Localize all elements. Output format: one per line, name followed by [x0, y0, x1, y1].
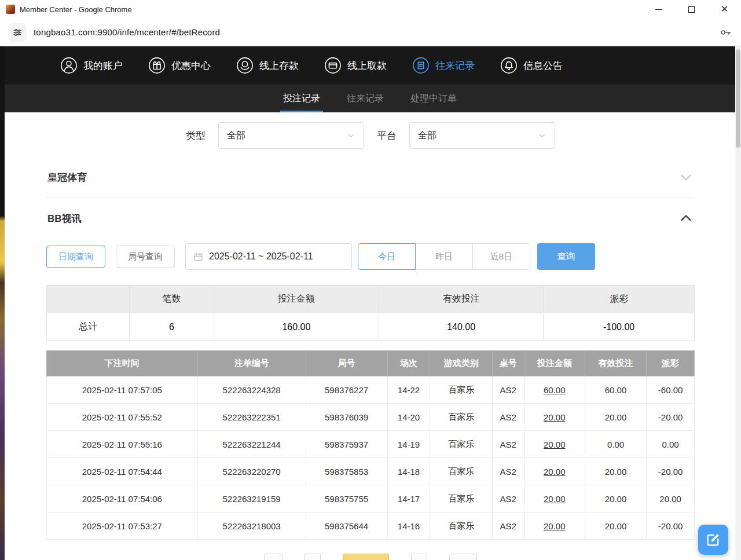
session: 14-19 [387, 431, 430, 458]
bet-amount-link[interactable]: 20.00 [524, 485, 585, 513]
table-no: AS2 [492, 513, 524, 540]
payout-cell: 20.00 [647, 485, 695, 513]
background-page-strip [0, 46, 5, 560]
gift-icon [148, 57, 166, 74]
bet-amount-link[interactable]: 20.00 [524, 458, 585, 485]
nav-item-transaction-records[interactable]: 往来记录 [412, 57, 475, 74]
header-payout: 派彩 [647, 351, 695, 376]
nav-item-online-withdraw[interactable]: 线上取款 [324, 57, 387, 74]
section-crown-sports[interactable]: 皇冠体育 [46, 157, 695, 198]
close-icon: ✕ [721, 5, 728, 14]
tab-processing-orders[interactable]: 处理中订单 [410, 85, 457, 112]
pagination-page-button[interactable] [305, 554, 321, 560]
bet-record-main: 类型 全部 平台 全部 皇冠体育 BB视讯 [5, 112, 735, 560]
compose-icon [705, 532, 721, 548]
bet-amount-link[interactable]: 20.00 [524, 513, 585, 540]
platform-filter-label: 平台 [377, 129, 397, 142]
summary-bet-amount: 160.00 [214, 313, 379, 341]
round-no: 598376039 [306, 404, 387, 431]
maximize-button[interactable] [675, 0, 708, 19]
header-table-no: 桌号 [492, 351, 524, 376]
tab-bet-records[interactable]: 投注记录 [283, 85, 320, 112]
header-round-no: 局号 [306, 351, 387, 376]
minimize-button[interactable] [642, 0, 675, 19]
type-filter-label: 类型 [186, 129, 206, 142]
bet-amount-link[interactable]: 60.00 [524, 376, 585, 404]
bet-time: 2025-02-11 07:55:16 [47, 431, 198, 458]
round-query-button[interactable]: 局号查询 [116, 246, 175, 268]
bet-time: 2025-02-11 07:54:44 [47, 458, 198, 485]
summary-count: 6 [130, 313, 214, 341]
date-query-button[interactable]: 日期查询 [46, 246, 105, 268]
date-range-input[interactable]: 2025-02-11 ~ 2025-02-11 [185, 243, 352, 270]
nav-item-announcements[interactable]: 信息公告 [500, 57, 563, 74]
bet-time: 2025-02-11 07:54:06 [47, 485, 198, 513]
valid-bet: 20.00 [585, 404, 646, 431]
date-range-value: 2025-02-11 ~ 2025-02-11 [209, 251, 313, 262]
summary-total-label: 总计 [47, 313, 130, 341]
header-valid-bet: 有效投注 [585, 351, 646, 376]
nav-item-my-account[interactable]: 我的账户 [60, 57, 123, 74]
pagination-prev-button[interactable] [264, 554, 283, 560]
pagination-page-button[interactable] [411, 554, 427, 560]
scrollbar[interactable] [735, 46, 741, 560]
summary-corner-cell [47, 286, 130, 313]
payout-cell: -20.00 [647, 513, 695, 540]
summary-payout: -100.00 [544, 313, 695, 341]
nav-item-online-deposit[interactable]: 线上存款 [236, 57, 299, 74]
nav-item-promo-center[interactable]: 优惠中心 [148, 57, 211, 74]
search-button[interactable]: 查询 [537, 243, 595, 270]
filter-row: 类型 全部 平台 全部 [46, 112, 695, 157]
pagination [46, 554, 695, 560]
bet-id: 522263224328 [197, 376, 306, 404]
today-button[interactable]: 今日 [358, 243, 416, 270]
table-no: AS2 [492, 404, 524, 431]
chevron-down-icon [538, 131, 546, 140]
bet-amount-link[interactable]: 20.00 [524, 431, 585, 458]
scrollbar-thumb[interactable] [736, 49, 740, 148]
game-type: 百家乐 [430, 376, 492, 404]
summary-header-count: 笔数 [130, 286, 214, 313]
url-field[interactable]: tongbao31.com:9900/infe/mcenter/#/betRec… [34, 27, 711, 37]
nav-label: 往来记录 [435, 59, 475, 72]
tune-icon [12, 27, 23, 38]
payout-cell: -20.00 [647, 404, 695, 431]
bet-time: 2025-02-11 07:57:05 [47, 376, 198, 404]
top-nav: 我的账户 优惠中心 线上存款 线上取款 往来记录 信息公告 [5, 46, 735, 85]
query-controls: 日期查询 局号查询 2025-02-11 ~ 2025-02-11 今日 昨日 … [46, 243, 695, 270]
section-title: 皇冠体育 [47, 171, 87, 184]
feedback-compose-button[interactable] [698, 525, 728, 555]
bet-time: 2025-02-11 07:55:52 [47, 404, 198, 431]
close-button[interactable]: ✕ [708, 0, 741, 19]
address-bar: tongbao31.com:9900/infe/mcenter/#/betRec… [0, 19, 741, 46]
records-icon [412, 57, 430, 74]
table-row: 2025-02-11 07:54:06 522263219159 5983757… [47, 485, 695, 513]
type-select[interactable]: 全部 [218, 122, 364, 149]
withdraw-icon [324, 57, 342, 74]
minimize-icon [655, 9, 662, 10]
pagination-current-page[interactable] [343, 554, 389, 560]
summary-header-row: 笔数 投注金额 有效投注 派彩 [47, 286, 695, 313]
site-info-button[interactable] [8, 23, 27, 42]
valid-bet: 60.00 [585, 376, 646, 404]
platform-select[interactable]: 全部 [409, 122, 555, 149]
pagination-next-button[interactable] [449, 554, 477, 560]
password-key-button[interactable] [718, 25, 733, 40]
window-title: Member Center - Google Chrome [20, 5, 132, 14]
last-8-days-button[interactable]: 近8日 [472, 243, 530, 270]
table-row: 2025-02-11 07:55:52 522263222351 5983760… [47, 404, 695, 431]
header-bet-time: 下注时间 [47, 351, 198, 376]
yesterday-button[interactable]: 昨日 [415, 243, 473, 270]
quick-date-group: 今日 昨日 近8日 [358, 243, 530, 270]
section-bb-video[interactable]: BB视讯 [46, 198, 695, 239]
chevron-up-icon[interactable] [678, 211, 694, 226]
key-icon [719, 26, 732, 39]
chevron-down-icon [347, 131, 355, 140]
tab-transaction-records[interactable]: 往来记录 [347, 85, 384, 112]
bet-amount-link[interactable]: 20.00 [524, 404, 585, 431]
summary-total-row: 总计 6 160.00 140.00 -100.00 [47, 313, 695, 341]
game-type: 百家乐 [430, 513, 492, 540]
payout-cell: -60.00 [647, 376, 695, 404]
chevron-down-icon[interactable] [678, 170, 694, 185]
bet-id: 522263218003 [197, 513, 306, 540]
